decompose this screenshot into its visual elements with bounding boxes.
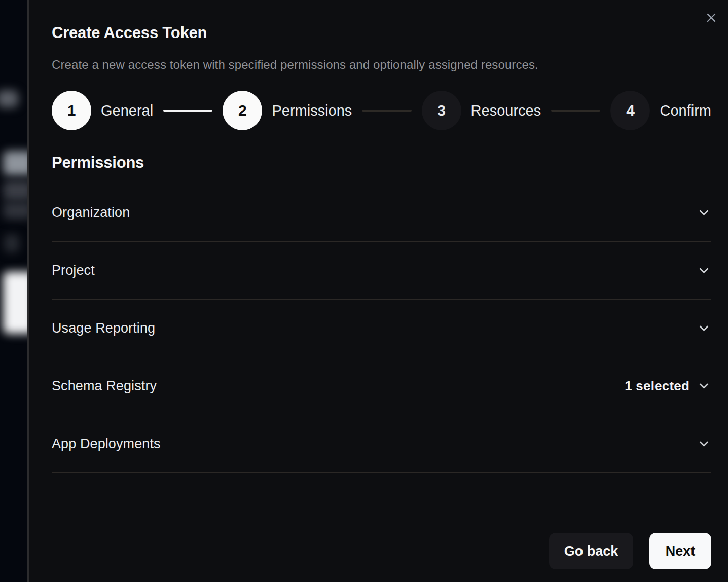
background-blur-blob bbox=[3, 272, 27, 334]
section-heading-permissions: Permissions bbox=[52, 154, 711, 172]
background-blur-blob bbox=[3, 202, 27, 219]
accordion-label: Schema Registry bbox=[52, 378, 157, 394]
close-button[interactable] bbox=[704, 10, 719, 25]
step-number-badge: 3 bbox=[422, 91, 461, 130]
accordion-label: App Deployments bbox=[52, 436, 161, 452]
step-connector bbox=[362, 110, 411, 112]
accordion-app-deployments[interactable]: App Deployments bbox=[52, 415, 711, 473]
chevron-down-icon bbox=[697, 263, 711, 278]
accordion-schema-registry[interactable]: Schema Registry 1 selected bbox=[52, 357, 711, 415]
chevron-down-icon bbox=[697, 437, 711, 451]
step-resources[interactable]: 3 Resources bbox=[422, 91, 541, 130]
modal-subtitle: Create a new access token with specified… bbox=[52, 58, 711, 72]
next-button[interactable]: Next bbox=[649, 533, 711, 569]
chevron-down-icon bbox=[697, 379, 711, 393]
step-confirm[interactable]: 4 Confirm bbox=[610, 91, 711, 130]
wizard-stepper: 1 General 2 Permissions 3 Resources 4 Co… bbox=[52, 91, 711, 130]
step-label: Confirm bbox=[660, 102, 711, 119]
accordion-label: Usage Reporting bbox=[52, 320, 155, 336]
selected-count-badge: 1 selected bbox=[625, 378, 689, 394]
step-number-badge: 1 bbox=[52, 91, 91, 130]
step-label: Permissions bbox=[272, 102, 352, 119]
step-connector bbox=[551, 110, 600, 112]
accordion-usage-reporting[interactable]: Usage Reporting bbox=[52, 300, 711, 357]
go-back-button[interactable]: Go back bbox=[549, 533, 633, 569]
chevron-down-icon bbox=[697, 321, 711, 336]
step-label: Resources bbox=[471, 102, 541, 119]
background-blur-blob bbox=[3, 180, 27, 201]
step-general[interactable]: 1 General bbox=[52, 91, 153, 130]
step-number-badge: 4 bbox=[610, 91, 650, 130]
background-blur-blob bbox=[4, 234, 19, 252]
permissions-accordion-list: Organization Project Usage Reporting bbox=[52, 184, 711, 473]
step-permissions[interactable]: 2 Permissions bbox=[223, 91, 352, 130]
accordion-label: Project bbox=[52, 263, 95, 278]
background-page bbox=[0, 0, 27, 582]
accordion-organization[interactable]: Organization bbox=[52, 184, 711, 242]
step-connector bbox=[163, 110, 212, 112]
accordion-label: Organization bbox=[52, 205, 130, 221]
background-blur-blob bbox=[3, 151, 27, 175]
modal-footer: Go back Next bbox=[52, 533, 711, 569]
background-blur-blob bbox=[0, 90, 18, 107]
chevron-down-icon bbox=[697, 205, 711, 220]
step-label: General bbox=[101, 102, 153, 119]
create-access-token-modal: Create Access Token Create a new access … bbox=[29, 0, 728, 582]
step-number-badge: 2 bbox=[223, 91, 262, 130]
accordion-project[interactable]: Project bbox=[52, 242, 711, 300]
close-icon bbox=[704, 11, 718, 25]
page-title: Create Access Token bbox=[52, 24, 711, 42]
